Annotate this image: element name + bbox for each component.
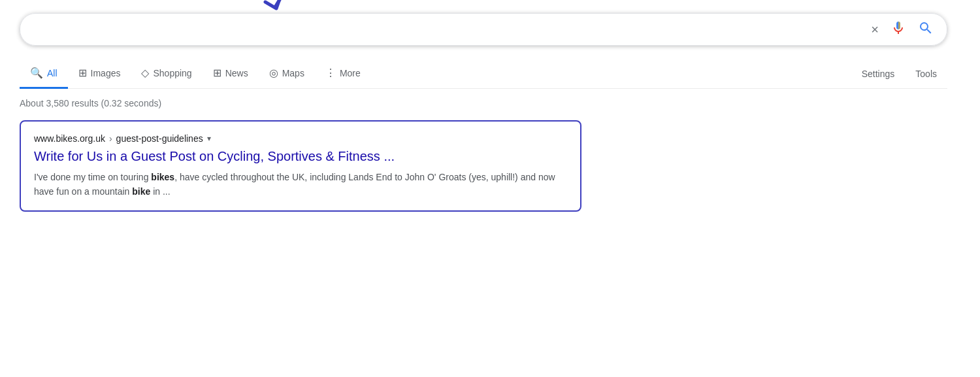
tab-news[interactable]: ⊞ News xyxy=(203,59,259,89)
result-path: guest-post-guidelines xyxy=(116,133,203,144)
tab-images-label: Images xyxy=(91,68,121,78)
search-button[interactable] xyxy=(918,20,934,39)
images-icon: ⊞ xyxy=(78,67,87,79)
nav-tabs: 🔍 All ⊞ Images ◇ Shopping ⊞ News ◎ Maps … xyxy=(20,59,947,89)
tools-link[interactable]: Tools xyxy=(905,61,947,87)
clear-icon[interactable]: × xyxy=(871,22,879,37)
results-count: About 3,580 results (0.32 seconds) xyxy=(20,98,947,108)
result-separator: › xyxy=(109,133,112,144)
tab-more-label: More xyxy=(340,68,361,78)
mic-icon[interactable] xyxy=(890,20,906,39)
result-card: www.bikes.org.uk › guest-post-guidelines… xyxy=(20,120,581,212)
search-bar-icons: × xyxy=(871,20,934,39)
url-dropdown-icon[interactable]: ▾ xyxy=(207,134,211,143)
result-domain: www.bikes.org.uk xyxy=(34,133,105,144)
tab-more[interactable]: ⋮ More xyxy=(315,59,371,89)
result-title[interactable]: Write for Us in a Guest Post on Cycling,… xyxy=(34,148,567,165)
tab-shopping-label: Shopping xyxy=(153,68,191,78)
tab-maps-label: Maps xyxy=(282,68,304,78)
search-input[interactable]: inurl:guest-post cycling xyxy=(33,23,871,37)
search-bar: inurl:guest-post cycling × xyxy=(20,13,947,46)
result-url-line: www.bikes.org.uk › guest-post-guidelines… xyxy=(34,133,567,144)
tab-images[interactable]: ⊞ Images xyxy=(68,59,131,89)
tab-news-label: News xyxy=(225,68,248,78)
shopping-icon: ◇ xyxy=(141,67,149,79)
more-icon: ⋮ xyxy=(325,67,336,79)
maps-icon: ◎ xyxy=(269,67,278,79)
tab-maps[interactable]: ◎ Maps xyxy=(259,59,315,89)
all-search-icon: 🔍 xyxy=(30,67,43,79)
tab-all[interactable]: 🔍 All xyxy=(20,59,68,89)
tab-all-label: All xyxy=(47,68,57,78)
news-icon: ⊞ xyxy=(213,67,221,79)
result-snippet: I've done my time on touring bikes, have… xyxy=(34,170,567,199)
tab-shopping[interactable]: ◇ Shopping xyxy=(131,59,202,89)
settings-link[interactable]: Settings xyxy=(851,61,906,87)
